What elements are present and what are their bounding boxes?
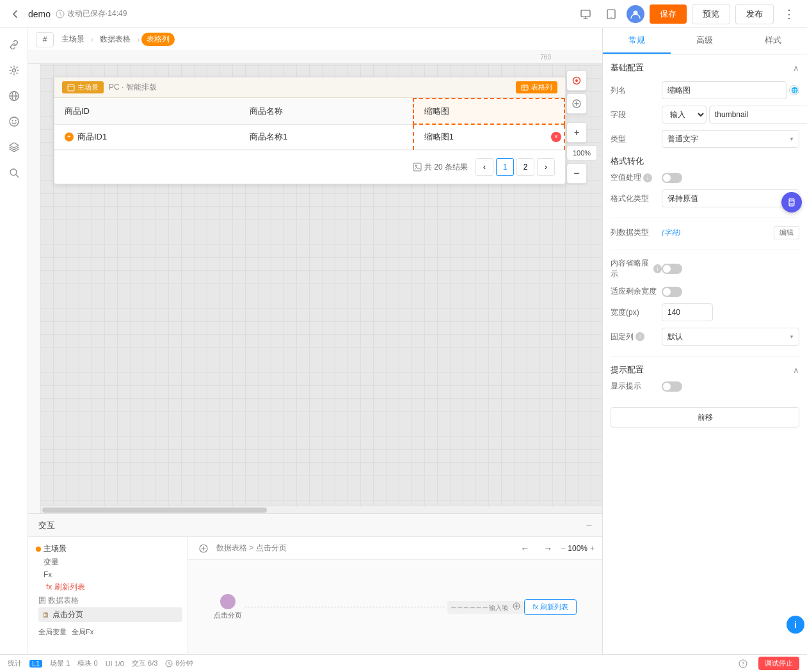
- cmd-icon[interactable]: [781, 192, 802, 212]
- svg-point-5: [12, 69, 15, 72]
- table-header-row: 商品ID 商品名称 缩略图: [54, 99, 564, 124]
- svg-line-13: [16, 175, 19, 177]
- tree-click-page-active[interactable]: 点击分页: [38, 607, 182, 622]
- interaction-tree: 主场景 变量 Fx fx 刷新列表 囲 数据表格: [28, 537, 188, 654]
- global-fx-btn[interactable]: 全局Fx: [72, 627, 93, 637]
- sidebar-icon-palette[interactable]: [3, 110, 26, 133]
- cell-thumb: 缩略图1 ×: [413, 124, 564, 150]
- breadcrumb-hash[interactable]: #: [36, 32, 54, 47]
- sidebar-icon-globe[interactable]: [3, 84, 26, 108]
- scene-header: 主场景 PC · 智能排版 表格列: [54, 77, 565, 98]
- page-prev[interactable]: ‹: [475, 158, 493, 176]
- publish-button[interactable]: 发布: [735, 4, 774, 24]
- page-next[interactable]: ›: [537, 158, 555, 176]
- sidebar-icon-link[interactable]: [3, 33, 26, 56]
- tree-refresh-method[interactable]: fx 刷新列表: [33, 580, 182, 594]
- tree-fx[interactable]: Fx: [33, 569, 182, 580]
- field-value-input[interactable]: [709, 106, 807, 124]
- cell-name: 商品名称1: [239, 124, 413, 150]
- divider-2: [611, 250, 799, 250]
- sidebar-icon-gear[interactable]: [3, 59, 26, 82]
- page-1[interactable]: 1: [496, 158, 514, 176]
- breadcrumb-main-scene[interactable]: 主场景: [56, 33, 90, 46]
- topbar-left: demo 改动已保存·14:49: [8, 6, 570, 22]
- flow-nav-prev[interactable]: ←: [515, 538, 535, 559]
- format-type-select[interactable]: 保持原值: [662, 189, 799, 207]
- canvas-interaction-area: # 主场景 › 数据表格 › 表格列 760: [28, 28, 602, 654]
- content-abbr-info[interactable]: i: [653, 264, 662, 273]
- content-abbr-toggle[interactable]: [662, 264, 682, 274]
- canvas-tool-minus[interactable]: −: [566, 163, 587, 184]
- preview-button[interactable]: 预览: [692, 4, 730, 24]
- tablet-icon[interactable]: [601, 4, 621, 24]
- section-hint: 提示配置 ∧ 显示提示: [611, 364, 799, 392]
- null-info-icon[interactable]: i: [643, 173, 652, 182]
- debug-stop-button[interactable]: 调试停止: [758, 657, 799, 670]
- col-data-type-label: 列数据类型: [611, 227, 662, 238]
- flow-action-node[interactable]: fx 刷新列表: [524, 599, 577, 615]
- format-title: 格式转化: [611, 156, 644, 166]
- fixed-col-select[interactable]: 默认: [662, 328, 799, 346]
- add-row-icon[interactable]: +: [65, 132, 74, 141]
- breadcrumb-table-col[interactable]: 表格列: [141, 33, 175, 46]
- breadcrumb-data-table[interactable]: 数据表格: [95, 33, 136, 46]
- canvas-scrollbar[interactable]: [41, 506, 602, 513]
- hint-collapse[interactable]: ∧: [793, 365, 799, 375]
- pagination: 共 20 条结果 ‹ 1 2 ›: [54, 150, 565, 184]
- field-type-select[interactable]: 输入: [662, 106, 707, 124]
- sidebar-icon-search[interactable]: [3, 161, 26, 184]
- avatar[interactable]: [627, 5, 644, 23]
- flow-add-btn[interactable]: [196, 541, 211, 556]
- flow-minus: −: [561, 544, 565, 553]
- type-select[interactable]: 普通文字: [662, 130, 799, 148]
- type-label: 类型: [611, 134, 662, 145]
- tree-variable[interactable]: 变量: [33, 556, 182, 569]
- back-button[interactable]: [8, 6, 23, 22]
- collapse-basic[interactable]: ∧: [793, 63, 799, 73]
- table-row: + 商品ID1 商品名称1 缩略图1 ×: [54, 124, 564, 150]
- field-row: 输入: [662, 106, 807, 124]
- canvas-zoom[interactable]: 100%: [566, 145, 597, 161]
- tab-advanced[interactable]: 高级: [671, 28, 739, 54]
- width-input[interactable]: [662, 303, 713, 321]
- more-menu-button[interactable]: ⋮: [779, 4, 799, 24]
- adapt-width-toggle[interactable]: [662, 287, 682, 297]
- fixed-col-select-wrapper: 默认: [662, 328, 799, 346]
- help-icon[interactable]: i: [787, 616, 804, 634]
- status-help[interactable]: [733, 653, 753, 673]
- canvas-tool-plus[interactable]: +: [566, 122, 587, 143]
- page-2[interactable]: 2: [516, 158, 534, 176]
- sidebar-icon-layers[interactable]: [3, 136, 26, 159]
- interaction-panel: 交互 − 主场景 变量 Fx: [28, 513, 602, 654]
- tab-normal[interactable]: 常规: [603, 28, 671, 54]
- globe-icon[interactable]: 🌐: [789, 85, 799, 95]
- save-button[interactable]: 保存: [650, 4, 687, 24]
- interaction-collapse[interactable]: −: [586, 520, 592, 531]
- canvas-tool-add[interactable]: [566, 93, 587, 114]
- left-sidebar: [0, 28, 28, 654]
- column-name-input[interactable]: [662, 81, 787, 99]
- statusbar: 统计 L1 场景 1 模块 0 UI 1/0 交互 6/3 8分钟 调试停止: [0, 654, 807, 672]
- canvas-tools: + 100% −: [566, 70, 597, 184]
- global-var-btn[interactable]: 全局变量: [38, 627, 67, 637]
- flow-breadcrumb: 数据表格 > 点击分页: [216, 543, 287, 554]
- tree-data-table[interactable]: 囲 数据表格: [33, 594, 182, 607]
- show-hint-toggle[interactable]: [662, 381, 682, 392]
- flow-header: 数据表格 > 点击分页 ← → − 100% +: [188, 537, 602, 560]
- flow-nav-next[interactable]: →: [538, 538, 558, 559]
- monitor-icon[interactable]: [575, 4, 596, 24]
- svg-point-36: [743, 665, 744, 666]
- basic-config-title: 基础配置 ∧: [611, 62, 799, 74]
- col-header-id: 商品ID: [54, 99, 239, 124]
- app-title: demo: [28, 9, 51, 19]
- tab-style[interactable]: 样式: [739, 28, 807, 54]
- canvas-tool-refresh[interactable]: [566, 70, 587, 91]
- trigger-circle[interactable]: [220, 594, 236, 609]
- col-data-type-edit[interactable]: 编辑: [774, 226, 799, 239]
- fixed-col-info[interactable]: i: [635, 332, 644, 341]
- front-button[interactable]: 前移: [611, 407, 799, 428]
- delete-row-icon[interactable]: ×: [551, 132, 561, 142]
- content-abbr-label: 内容省略展示 i: [611, 258, 662, 280]
- canvas-area: 760 + 100% −: [28, 51, 602, 513]
- null-handle-toggle[interactable]: [662, 173, 682, 183]
